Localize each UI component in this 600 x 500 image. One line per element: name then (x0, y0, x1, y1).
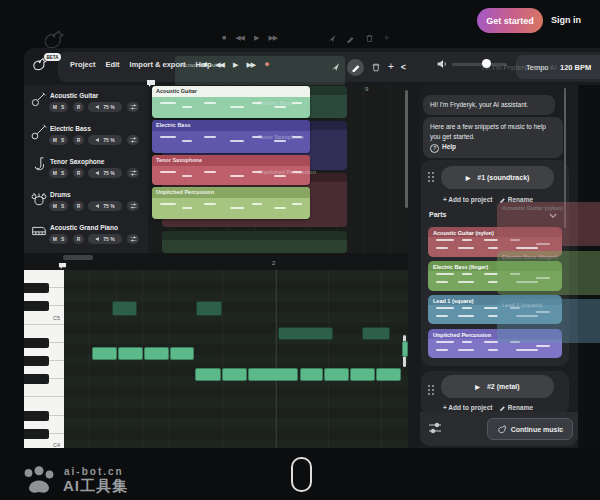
mute-solo-buttons[interactable]: MS (49, 201, 68, 211)
speaker-icon (95, 104, 101, 111)
track-row-5[interactable]: Acoustic Grand PianoMSR75 % (24, 221, 148, 253)
mute-button[interactable]: M (53, 203, 57, 209)
ghost-plus-icon: + (384, 34, 388, 43)
get-started-button[interactable]: Get started (477, 8, 543, 33)
mute-button[interactable]: M (53, 170, 57, 176)
track-row-1[interactable]: Acoustic GuitarMSR75 % (24, 89, 148, 121)
help-link[interactable]: ?Help (430, 143, 456, 150)
mute-button[interactable]: M (53, 104, 57, 110)
volume-icon[interactable] (436, 59, 447, 69)
snippet-2-title: #2 (metal) (487, 383, 520, 390)
snippet-2-rename-button[interactable]: Rename (499, 404, 533, 411)
note-dash (462, 239, 472, 241)
snippet-2-add-button[interactable]: + Add to project (443, 404, 492, 411)
solo-button[interactable]: S (61, 203, 64, 209)
volume-value: 75 % (103, 236, 114, 242)
drag-handle-icon[interactable] (428, 385, 435, 396)
track-volume[interactable]: 75 % (88, 168, 122, 178)
snippet-1-add-button[interactable]: + Add to project (443, 196, 492, 203)
midi-note-light[interactable] (170, 347, 194, 360)
black-key[interactable] (24, 411, 49, 421)
midi-note-dark[interactable] (196, 301, 222, 316)
mute-button[interactable]: M (53, 236, 57, 242)
track-row-2[interactable]: Electric BassMSR75 % (24, 122, 148, 154)
note-dash (436, 341, 454, 343)
midi-note-light[interactable] (195, 368, 221, 381)
black-key[interactable] (24, 429, 49, 439)
black-key[interactable] (24, 301, 49, 311)
midi-note-light[interactable] (350, 368, 375, 381)
sign-in-link[interactable]: Sign in (551, 15, 581, 25)
solo-button[interactable]: S (61, 137, 64, 143)
track-volume[interactable]: 75 % (88, 135, 122, 145)
horizontal-scroll-handle[interactable] (63, 255, 93, 260)
speaker-icon (95, 137, 101, 144)
bird-icon (497, 424, 507, 434)
drag-handle-icon[interactable] (428, 172, 435, 183)
midi-note-dark[interactable] (362, 327, 390, 340)
mute-solo-buttons[interactable]: MS (49, 168, 68, 178)
delete-tool-button[interactable] (371, 62, 381, 73)
black-key[interactable] (24, 338, 49, 348)
track-settings-button[interactable] (127, 168, 139, 178)
record-arm-button[interactable]: R (73, 135, 84, 145)
snippet-1-play-button[interactable]: ▶ #1 (soundtrack) (441, 166, 554, 189)
midi-note-light[interactable] (376, 368, 401, 381)
track-settings-button[interactable] (127, 201, 139, 211)
midi-note-light[interactable] (92, 347, 117, 360)
midi-note-light[interactable] (144, 347, 169, 360)
midi-note-light[interactable] (248, 368, 298, 381)
midi-note-light[interactable] (324, 368, 349, 381)
pencil-tool-button[interactable] (347, 59, 364, 76)
mute-solo-buttons[interactable]: MS (49, 135, 68, 145)
menu-project[interactable]: Project (70, 60, 95, 69)
mute-solo-buttons[interactable]: MS (49, 234, 68, 244)
solo-button[interactable]: S (61, 170, 64, 176)
mute-solo-buttons[interactable]: MS (49, 102, 68, 112)
assistant-footer-bar: Continue music (420, 412, 578, 446)
track-settings-button[interactable] (127, 135, 139, 145)
track-name: Acoustic Grand Piano (50, 224, 118, 231)
track-settings-button[interactable] (127, 234, 139, 244)
split-tool-button[interactable]: < (401, 63, 406, 72)
midi-note-light[interactable] (222, 368, 247, 381)
record-arm-button[interactable]: R (73, 201, 84, 211)
track-volume[interactable]: 75 % (88, 234, 122, 244)
midi-note-light[interactable] (402, 341, 408, 357)
marker-balloon-icon[interactable] (146, 79, 156, 88)
record-arm-button[interactable]: R (73, 102, 84, 112)
black-key[interactable] (24, 356, 49, 366)
track-volume[interactable]: 75 % (88, 201, 122, 211)
midi-note-dark[interactable] (112, 301, 137, 316)
mute-button[interactable]: M (53, 137, 57, 143)
midi-note-light[interactable] (300, 368, 323, 381)
record-arm-button[interactable]: R (73, 168, 84, 178)
solo-button[interactable]: S (61, 104, 64, 110)
note-dash (484, 239, 498, 241)
snippet-2-play-button[interactable]: ▶ #2 (metal) (441, 375, 554, 398)
midi-note-dark[interactable] (278, 327, 333, 340)
black-key[interactable] (24, 283, 49, 293)
solo-button[interactable]: S (61, 236, 64, 242)
piano-marker-balloon-icon[interactable] (58, 262, 67, 270)
track-row-3[interactable]: Tenor SaxophoneMSR75 % (24, 155, 148, 187)
timeline-arrangement[interactable]: 3579Acoustic GuitarElectric BassElectric… (148, 85, 406, 253)
add-tool-button[interactable]: + (388, 62, 394, 72)
background-clip-4[interactable] (162, 231, 347, 253)
menu-edit[interactable]: Edit (105, 60, 119, 69)
drag-overlay-clip-4[interactable]: Unpitched Percussion (152, 187, 310, 219)
track-name: Tenor Saxophone (50, 158, 104, 165)
midi-note-light[interactable] (118, 347, 143, 360)
continue-music-button[interactable]: Continue music (487, 418, 573, 440)
black-key[interactable] (24, 374, 49, 384)
sliders-icon[interactable] (428, 422, 442, 434)
note-dash (488, 247, 498, 249)
sax-icon (30, 156, 48, 174)
track-row-4[interactable]: DrumsMSR75 % (24, 188, 148, 220)
timeline-scrollbar[interactable] (405, 90, 408, 208)
note-dash (462, 307, 472, 309)
track-settings-button[interactable] (127, 102, 139, 112)
record-arm-button[interactable]: R (73, 234, 84, 244)
track-volume[interactable]: 75 % (88, 102, 122, 112)
piano-roll-grid[interactable] (64, 270, 408, 448)
